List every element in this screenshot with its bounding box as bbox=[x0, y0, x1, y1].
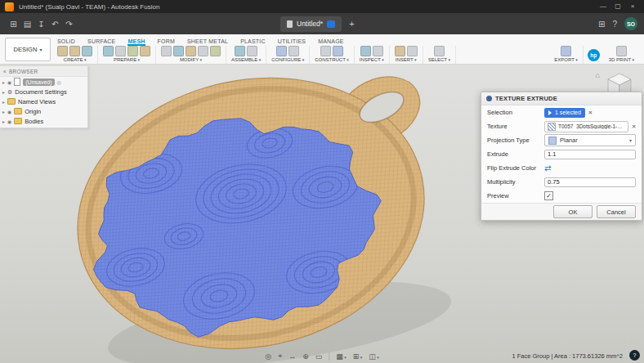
ribbon-icon[interactable] bbox=[57, 46, 68, 56]
tab-form[interactable]: FORM bbox=[158, 38, 175, 46]
ribbon-icon[interactable] bbox=[235, 46, 245, 56]
zoom-icon[interactable]: ⊕ bbox=[302, 352, 309, 361]
printer-icon[interactable] bbox=[616, 46, 627, 56]
projection-type-select[interactable]: Planar bbox=[544, 134, 636, 146]
visibility-icon[interactable] bbox=[7, 118, 11, 125]
ribbon-icon[interactable] bbox=[103, 46, 114, 56]
ribbon-group-label[interactable]: INSPECT bbox=[360, 57, 384, 62]
multiplicity-input[interactable] bbox=[544, 177, 636, 187]
ribbon-icon[interactable] bbox=[288, 46, 299, 56]
grid-settings-icon[interactable]: ⊞ bbox=[353, 352, 362, 361]
ribbon-icon[interactable] bbox=[82, 46, 92, 56]
extensions-icon[interactable]: ⊞ bbox=[598, 20, 605, 29]
ribbon-icon[interactable] bbox=[407, 46, 418, 56]
tree-item-origin[interactable]: Origin bbox=[0, 106, 87, 116]
ribbon-icon[interactable] bbox=[198, 46, 208, 56]
dialog-header[interactable]: TEXTURE EXTRUDE bbox=[481, 92, 642, 105]
ribbon-icon[interactable] bbox=[320, 46, 331, 56]
ribbon-group-label[interactable]: PREPARE bbox=[114, 57, 140, 62]
redo-icon[interactable]: ↷ bbox=[62, 20, 76, 29]
tree-item-bodies[interactable]: Bodies bbox=[0, 116, 87, 126]
flip-extrude-icon[interactable]: ⇄ bbox=[544, 164, 551, 173]
ribbon-icon[interactable] bbox=[373, 46, 383, 56]
ribbon-group-label[interactable]: SELECT bbox=[428, 57, 450, 62]
ribbon-group-label[interactable]: CREATE bbox=[64, 57, 87, 62]
data-panel-icon[interactable]: ⊞ bbox=[7, 20, 20, 29]
chevron-right-icon[interactable] bbox=[2, 118, 5, 125]
ribbon-icon[interactable] bbox=[210, 46, 221, 56]
chevron-right-icon[interactable] bbox=[2, 78, 5, 86]
tab-utilities[interactable]: UTILITIES bbox=[278, 38, 306, 46]
avatar[interactable]: SO bbox=[624, 17, 637, 30]
document-tab[interactable]: Untitled* bbox=[280, 16, 342, 32]
tree-item-document-settings[interactable]: Document Settings bbox=[0, 87, 87, 96]
viewports-icon[interactable]: ◫ bbox=[369, 352, 378, 361]
tree-item-named-views[interactable]: Named Views bbox=[0, 96, 87, 106]
tab-manage[interactable]: MANAGE bbox=[318, 38, 344, 46]
collapse-icon[interactable]: « bbox=[3, 69, 7, 74]
ok-button[interactable]: OK bbox=[553, 205, 593, 218]
save-icon[interactable]: ↧ bbox=[34, 20, 48, 29]
help-icon[interactable]: ? bbox=[612, 20, 617, 29]
ribbon-group-label[interactable]: 3D PRINT bbox=[609, 57, 634, 62]
pan-icon[interactable]: ↔ bbox=[288, 352, 296, 361]
undo-icon[interactable]: ↶ bbox=[48, 20, 62, 29]
ribbon-group-label[interactable]: CONFIGURE bbox=[271, 57, 304, 62]
ribbon-icon[interactable] bbox=[186, 46, 196, 56]
focus-icon[interactable] bbox=[57, 78, 61, 86]
export-icon[interactable] bbox=[561, 46, 571, 56]
texture-label: Texture bbox=[487, 123, 544, 130]
ribbon-icon[interactable] bbox=[173, 46, 184, 56]
look-at-icon[interactable]: ⌖ bbox=[278, 352, 282, 361]
ribbon-icon[interactable] bbox=[161, 46, 172, 56]
ribbon-icon[interactable] bbox=[247, 46, 257, 56]
visibility-icon[interactable] bbox=[7, 108, 11, 115]
visibility-icon[interactable] bbox=[7, 78, 11, 86]
ribbon-icon[interactable] bbox=[434, 46, 445, 56]
clear-texture-icon[interactable] bbox=[632, 123, 636, 130]
tab-solid[interactable]: SOLID bbox=[57, 38, 75, 46]
texture-file-chip[interactable]: T0057_3DotsSquiggle-1-HEIGHT.png bbox=[544, 121, 628, 132]
ribbon-icon[interactable] bbox=[395, 46, 405, 56]
ribbon-group-label[interactable]: ASSEMBLE bbox=[231, 57, 261, 62]
root-document-label[interactable]: (Unsaved) bbox=[23, 78, 54, 86]
orbit-icon[interactable]: ◎ bbox=[265, 352, 271, 361]
chevron-right-icon[interactable] bbox=[2, 108, 5, 115]
ribbon-icon[interactable] bbox=[69, 46, 80, 56]
ribbon-group-label[interactable]: MODIFY bbox=[180, 57, 202, 62]
ribbon-icon[interactable] bbox=[333, 46, 343, 56]
selection-row: Selection 1 selected bbox=[481, 105, 642, 119]
new-tab-button[interactable]: + bbox=[349, 19, 354, 29]
ribbon-icon[interactable] bbox=[360, 46, 371, 56]
file-menu-icon[interactable]: ▤ bbox=[20, 20, 34, 29]
tab-surface[interactable]: SURFACE bbox=[87, 38, 115, 46]
ribbon-icon[interactable] bbox=[276, 46, 287, 56]
clear-selection-icon[interactable] bbox=[588, 110, 593, 116]
selection-chip[interactable]: 1 selected bbox=[544, 108, 585, 118]
close-icon[interactable]: × bbox=[626, 0, 639, 13]
chevron-right-icon[interactable] bbox=[2, 88, 5, 96]
tab-plastic[interactable]: PLASTIC bbox=[240, 38, 266, 46]
ribbon-group-label[interactable]: CONSTRUCT bbox=[315, 57, 349, 62]
chevron-right-icon[interactable] bbox=[2, 98, 5, 105]
display-settings-icon[interactable]: ▦ bbox=[336, 352, 346, 361]
tree-item-root[interactable]: (Unsaved) bbox=[0, 77, 87, 87]
ribbon-group-label[interactable]: INSERT bbox=[396, 57, 417, 62]
assistant-button[interactable] bbox=[629, 350, 640, 361]
maximize-icon[interactable]: ▢ bbox=[611, 0, 624, 13]
ribbon-group-label[interactable]: EXPORT bbox=[554, 57, 577, 62]
preview-checkbox[interactable] bbox=[544, 191, 553, 200]
ribbon-icon[interactable] bbox=[140, 46, 150, 56]
fit-icon[interactable]: ▭ bbox=[315, 352, 323, 361]
tab-mesh[interactable]: MESH bbox=[127, 38, 145, 46]
ribbon-icon[interactable] bbox=[127, 46, 138, 56]
extrude-input[interactable] bbox=[544, 150, 636, 159]
viewport[interactable]: « BROWSER (Unsaved) Document Settings Na… bbox=[0, 65, 644, 363]
ribbon-icon[interactable] bbox=[115, 46, 126, 56]
minimize-icon[interactable]: — bbox=[597, 0, 610, 13]
ribbon-group-assemble: ASSEMBLE bbox=[226, 46, 266, 64]
home-icon[interactable]: ⌂ bbox=[596, 71, 600, 79]
workspace-selector[interactable]: DESIGN bbox=[5, 38, 51, 61]
cancel-button[interactable]: Cancel bbox=[597, 205, 636, 218]
tab-sheet-metal[interactable]: SHEET METAL bbox=[187, 38, 228, 46]
